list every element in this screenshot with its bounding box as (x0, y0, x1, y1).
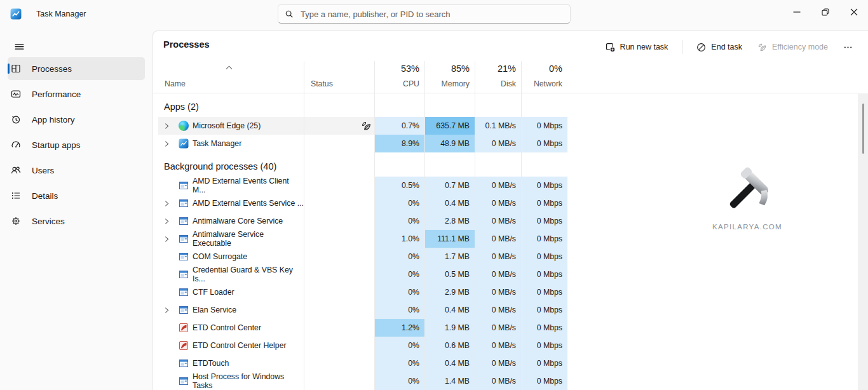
process-row[interactable]: CTF Loader0%2.9 MB0 MB/s0 Mbps (158, 283, 567, 301)
generic-app-icon (179, 376, 189, 386)
end-task-button[interactable]: End task (690, 39, 749, 55)
sidebar-item-label: Performance (32, 90, 81, 99)
column-label: CPU (403, 79, 419, 88)
process-name-cell: ETD Control Center (158, 319, 304, 337)
sidebar-item-processes[interactable]: Processes (8, 57, 145, 80)
task-manager-app-icon (179, 138, 189, 149)
sidebar-item-label: App history (32, 115, 75, 124)
sidebar-item-details[interactable]: Details (8, 184, 145, 207)
status-cell (304, 248, 374, 266)
sidebar-item-app-history[interactable]: App history (8, 108, 145, 131)
status-cell (304, 337, 374, 354)
network-cell: 0 Mbps (521, 372, 567, 390)
window-title: Task Manager (36, 10, 86, 18)
group-header: Apps (2) (158, 97, 567, 117)
process-name: ETD Control Center (193, 323, 261, 332)
column-label: Memory (442, 79, 470, 88)
chevron-placeholder (165, 253, 173, 260)
sidebar-item-performance[interactable]: Performance (8, 83, 145, 105)
process-name-cell: Microsoft Edge (25) (158, 117, 304, 135)
expand-chevron[interactable] (165, 140, 173, 147)
column-header-name[interactable]: Name (158, 61, 304, 93)
efficiency-mode-button[interactable]: Efficiency mode (751, 39, 834, 55)
expand-chevron-icon (165, 140, 169, 147)
disk-cell: 0 MB/s (475, 283, 521, 301)
status-cell (304, 319, 374, 337)
grid-cell (424, 157, 475, 177)
grid-cell (521, 157, 567, 177)
status-cell (304, 230, 374, 248)
process-row[interactable]: Task Manager8.9%48.9 MB0 MB/s0 Mbps (158, 135, 567, 152)
disk-cell: 0 MB/s (475, 266, 521, 283)
memory-cell: 1.4 MB (424, 372, 475, 390)
expand-chevron[interactable] (165, 199, 173, 207)
watermark-text: KAPILARYA.COM (696, 223, 798, 231)
process-row[interactable]: AMD External Events Client M...0.5%0.7 M… (158, 177, 567, 194)
sidebar-item-services[interactable]: Services (8, 210, 145, 232)
chevron-placeholder (165, 342, 173, 349)
minimize-button[interactable] (782, 0, 811, 24)
sidebar-item-users[interactable]: Users (8, 159, 145, 182)
users-icon (11, 165, 21, 175)
column-header-memory[interactable]: 85%Memory (424, 61, 475, 93)
expand-chevron[interactable] (165, 217, 173, 225)
process-row[interactable]: Microsoft Edge (25)0.7%635.7 MB0.1 MB/s0… (158, 117, 567, 135)
search-box[interactable] (278, 4, 571, 24)
vertical-scrollbar[interactable] (858, 93, 868, 390)
column-header-cpu[interactable]: 53%CPU (374, 61, 424, 93)
column-header-status[interactable]: Status (304, 61, 374, 93)
grid-cell (304, 97, 374, 117)
process-row[interactable]: Antimalware Core Service0%2.8 MB0 MB/s0 … (158, 212, 567, 230)
content-panel: Processes Run new task End task Efficien… (153, 30, 868, 390)
expand-chevron-icon (165, 123, 169, 130)
disk-cell: 0 MB/s (475, 337, 521, 354)
process-name: ETD Control Center Helper (193, 341, 287, 350)
expand-chevron[interactable] (165, 306, 173, 314)
process-row[interactable]: Elan Service0%0.4 MB0 MB/s0 Mbps (158, 301, 567, 319)
toolbar-divider (682, 40, 682, 54)
process-name-cell: Host Process for Windows Tasks (158, 372, 304, 390)
expand-chevron[interactable] (165, 122, 173, 130)
process-row[interactable]: AMD External Events Service ...0%0.4 MB0… (158, 194, 567, 212)
disk-cell: 0 MB/s (475, 230, 521, 248)
restore-icon (822, 8, 829, 16)
cpu-cell: 0% (374, 301, 424, 319)
process-row[interactable]: ETD Control Center1.2%1.9 MB0 MB/s0 Mbps (158, 319, 567, 337)
generic-app-icon (179, 180, 189, 191)
sidebar: ProcessesPerformanceApp historyStartup a… (0, 30, 153, 390)
processes-icon (11, 64, 21, 74)
process-row[interactable]: ETDTouch0%0.4 MB0 MB/s0 Mbps (158, 354, 567, 372)
memory-cell: 48.9 MB (424, 135, 475, 152)
process-row[interactable]: Credential Guard & VBS Key Is...0%0.5 MB… (158, 266, 567, 283)
process-row[interactable]: COM Surrogate0%1.7 MB0 MB/s0 Mbps (158, 248, 567, 266)
restore-button[interactable] (811, 0, 839, 24)
sidebar-item-label: Services (32, 217, 65, 226)
sidebar-item-startup-apps[interactable]: Startup apps (8, 133, 145, 156)
column-header-network[interactable]: 0%Network (521, 61, 567, 93)
close-button[interactable] (839, 0, 868, 24)
more-options-button[interactable] (837, 39, 859, 55)
expand-chevron-icon (165, 307, 169, 314)
run-new-task-button[interactable]: Run new task (599, 39, 675, 55)
disk-total: 21% (498, 64, 516, 74)
process-name: Host Process for Windows Tasks (193, 372, 304, 390)
status-cell (304, 301, 374, 319)
chevron-placeholder (165, 271, 173, 278)
process-row[interactable]: ETD Control Center Helper0%0.6 MB0 MB/s0… (158, 337, 567, 354)
expand-chevron[interactable] (165, 235, 173, 243)
memory-cell: 0.4 MB (424, 301, 475, 319)
etd-app-icon (179, 340, 189, 351)
search-input[interactable] (299, 9, 564, 20)
process-row[interactable]: Antimalware Service Executable1.0%111.1 … (158, 230, 567, 248)
menu-toggle-button[interactable] (8, 36, 30, 57)
column-header-disk[interactable]: 21%Disk (475, 61, 521, 93)
group-label: Apps (2) (158, 97, 304, 117)
spacer-row (158, 152, 567, 157)
network-cell: 0 Mbps (521, 248, 567, 266)
process-row[interactable]: Host Process for Windows Tasks0%1.4 MB0 … (158, 372, 567, 390)
memory-cell: 0.7 MB (424, 177, 475, 194)
memory-cell: 111.1 MB (424, 230, 475, 248)
services-icon (11, 216, 21, 226)
generic-app-icon (179, 287, 189, 297)
scrollbar-thumb[interactable] (862, 104, 864, 154)
